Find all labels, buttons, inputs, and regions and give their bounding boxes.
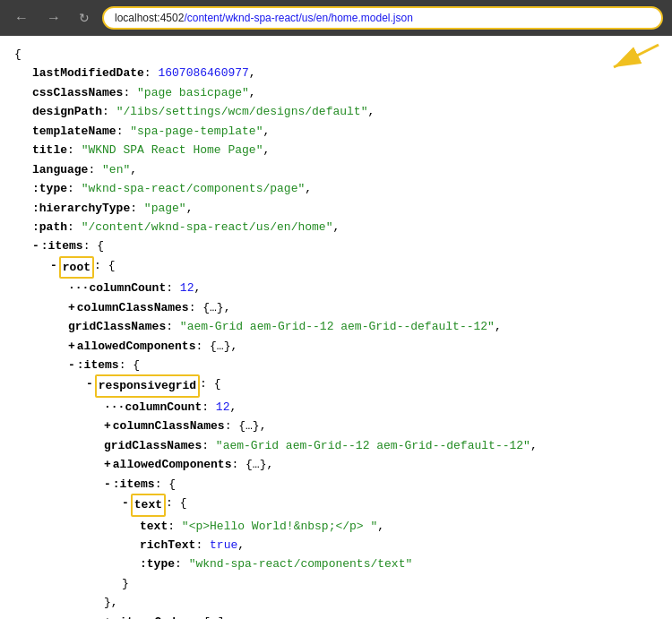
line-gridClassNames2: gridClassNames: "aem-Grid aem-Grid--12 a… [14, 436, 658, 455]
line-title: title: "WKND SPA React Home Page", [14, 141, 658, 159]
address-prefix: localhost:4502 [115, 12, 184, 24]
address-bar[interactable]: localhost:4502/content/wknd-spa-react/us… [102, 6, 663, 30]
line-text-text: text: "<p>Hello World!&nbsp;</p> ", [14, 517, 658, 536]
allowedComponents-toggle[interactable]: + [68, 337, 75, 356]
address-text: localhost:4502/content/wknd-spa-react/us… [115, 12, 650, 24]
line-responsivegrid: - responsivegrid: { [14, 374, 658, 397]
line-text-close: } [14, 574, 658, 593]
refresh-button[interactable]: ↻ [73, 9, 95, 27]
items2-toggle[interactable]: - [68, 356, 75, 374]
line-columnClassNames2: + columnClassNames: {…}, [14, 417, 658, 435]
line-items: - :items: { [14, 236, 658, 255]
line-items2: - :items: { [14, 356, 658, 374]
json-open-brace: { [14, 45, 658, 64]
line-gridClassNames: gridClassNames: "aem-Grid aem-Grid--12 a… [14, 317, 658, 336]
forward-button[interactable]: → [41, 8, 66, 28]
line-richText: richText: true, [14, 536, 658, 555]
line-columnClassNames: + columnClassNames: {…}, [14, 298, 658, 317]
line-itemsOrder: + :itemsOrder: […], [14, 613, 658, 619]
itemsOrder-toggle[interactable]: + [104, 613, 111, 619]
line-path: :path: "/content/wknd-spa-react/us/en/ho… [14, 218, 658, 236]
line-designPath: designPath: "/libs/settings/wcm/designs/… [14, 102, 658, 121]
line-items3: - :items: { [14, 475, 658, 494]
root-toggle[interactable]: - [50, 256, 57, 275]
items3-toggle[interactable]: - [104, 475, 111, 494]
line-type: :type: "wknd-spa-react/components/page", [14, 179, 658, 198]
text-toggle[interactable]: - [122, 494, 129, 512]
line-root: - root: { [14, 256, 658, 279]
browser-chrome: ← → ↻ localhost:4502/content/wknd-spa-re… [0, 0, 672, 36]
line-hierarchyType: :hierarchyType: "page", [14, 199, 658, 218]
svg-line-1 [614, 45, 659, 67]
line-items3-close: }, [14, 593, 658, 612]
line-lastModifiedDate: lastModifiedDate: 1607086460977, [14, 64, 658, 82]
allowedComponents2-toggle[interactable]: + [104, 455, 111, 474]
line-type2: :type: "wknd-spa-react/components/text" [14, 555, 658, 573]
back-button[interactable]: ← [9, 8, 34, 28]
address-path: /content/wknd-spa-react/us/en/home.model… [184, 12, 412, 24]
line-allowedComponents2: + allowedComponents: {…}, [14, 455, 658, 474]
line-text: - text: { [14, 494, 658, 516]
yellow-arrow-annotation [596, 40, 668, 76]
items-toggle[interactable]: - [32, 236, 39, 255]
columnClassNames2-toggle[interactable]: + [104, 417, 111, 435]
json-content: { lastModifiedDate: 1607086460977, cssCl… [0, 36, 672, 619]
responsivegrid-toggle[interactable]: - [86, 374, 93, 393]
line-cssClassNames: cssClassNames: "page basicpage", [14, 83, 658, 102]
columnClassNames-toggle[interactable]: + [68, 298, 75, 317]
line-allowedComponents: + allowedComponents: {…}, [14, 337, 658, 356]
line-templateName: templateName: "spa-page-template", [14, 122, 658, 141]
line-columncount: ···columnCount: 12, [14, 279, 658, 297]
line-language: language: "en", [14, 160, 658, 179]
line-columncount2: ···columnCount: 12, [14, 398, 658, 417]
